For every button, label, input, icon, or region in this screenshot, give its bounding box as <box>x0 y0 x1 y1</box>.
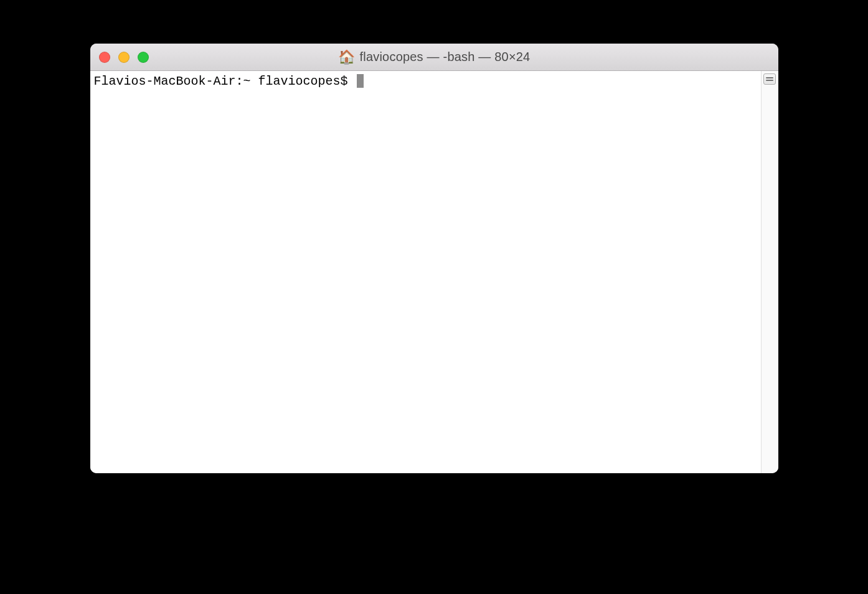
cursor <box>357 74 364 88</box>
terminal-window: 🏠 flaviocopes — -bash — 80×24 Flavios-Ma… <box>90 44 778 473</box>
zoom-button[interactable] <box>138 52 149 63</box>
shell-prompt: Flavios-MacBook-Air:~ flaviocopes$ <box>94 74 356 88</box>
minimize-button[interactable] <box>118 52 130 63</box>
terminal-body[interactable]: Flavios-MacBook-Air:~ flaviocopes$ <box>90 71 761 473</box>
titlebar[interactable]: 🏠 flaviocopes — -bash — 80×24 <box>90 44 778 71</box>
home-icon: 🏠 <box>338 50 355 64</box>
content-wrap: Flavios-MacBook-Air:~ flaviocopes$ <box>90 71 778 473</box>
traffic-lights <box>90 52 149 63</box>
close-button[interactable] <box>99 52 110 63</box>
scrollbar[interactable] <box>761 71 778 473</box>
title-wrap: 🏠 flaviocopes — -bash — 80×24 <box>90 50 778 64</box>
window-title: flaviocopes — -bash — 80×24 <box>360 50 531 64</box>
scroll-toggle-icon[interactable] <box>763 73 776 85</box>
